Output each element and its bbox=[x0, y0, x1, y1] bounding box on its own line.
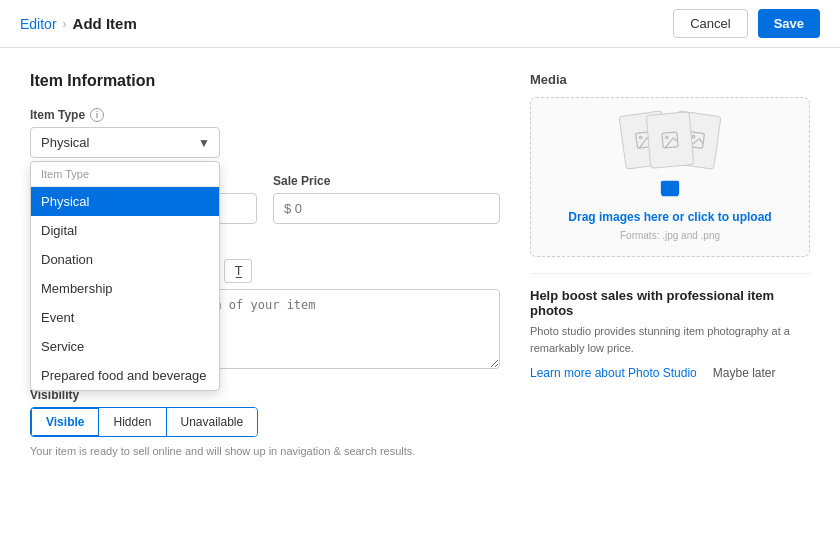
photo-studio-maybe-later[interactable]: Maybe later bbox=[713, 366, 776, 380]
cancel-button[interactable]: Cancel bbox=[673, 9, 747, 38]
item-type-info-icon[interactable]: i bbox=[90, 108, 104, 122]
sale-price-field: Sale Price bbox=[273, 174, 500, 224]
save-button[interactable]: Save bbox=[758, 9, 820, 38]
dropdown-item-event[interactable]: Event bbox=[31, 303, 219, 332]
visibility-hidden-button[interactable]: Hidden bbox=[99, 408, 166, 436]
breadcrumb-editor-link[interactable]: Editor bbox=[20, 16, 57, 32]
dropdown-menu-header: Item Type bbox=[31, 162, 219, 187]
main-content: Item Information Item Type i Physical ▼ … bbox=[0, 48, 840, 540]
photo-studio-actions: Learn more about Photo Studio Maybe late… bbox=[530, 366, 810, 380]
media-upload-text: Drag images here or click to upload bbox=[568, 210, 771, 224]
header-actions: Cancel Save bbox=[673, 9, 820, 38]
page-header: Editor › Add Item Cancel Save bbox=[0, 0, 840, 48]
svg-point-3 bbox=[665, 136, 668, 139]
dropdown-item-donation[interactable]: Donation bbox=[31, 245, 219, 274]
dropdown-item-service[interactable]: Service bbox=[31, 332, 219, 361]
photo-studio-desc: Photo studio provides stunning item phot… bbox=[530, 323, 810, 356]
media-images-preview bbox=[622, 113, 718, 167]
section-title: Item Information bbox=[30, 72, 500, 90]
dropdown-item-membership[interactable]: Membership bbox=[31, 274, 219, 303]
item-type-dropdown[interactable]: Physical ▼ Item Type Physical Digital Do… bbox=[30, 127, 220, 158]
item-type-field: Item Type i Physical ▼ Item Type Physica… bbox=[30, 108, 500, 158]
sale-price-label: Sale Price bbox=[273, 174, 500, 188]
breadcrumb-separator: › bbox=[63, 17, 67, 31]
left-panel: Item Information Item Type i Physical ▼ … bbox=[30, 72, 500, 516]
visibility-hint: Your item is ready to sell online and wi… bbox=[30, 445, 500, 457]
visibility-visible-button[interactable]: Visible bbox=[30, 407, 100, 437]
visibility-section: Visibility Visible Hidden Unavailable Yo… bbox=[30, 388, 500, 457]
photo-studio-learn-more-link[interactable]: Learn more about Photo Studio bbox=[530, 366, 697, 380]
dropdown-item-physical[interactable]: Physical bbox=[31, 187, 219, 216]
svg-point-5 bbox=[692, 135, 695, 138]
photo-studio-title: Help boost sales with professional item … bbox=[530, 288, 810, 318]
visibility-unavailable-button[interactable]: Unavailable bbox=[167, 408, 258, 436]
page-title: Add Item bbox=[73, 15, 137, 32]
item-type-selected[interactable]: Physical bbox=[30, 127, 220, 158]
dropdown-item-prepared-food[interactable]: Prepared food and beverage bbox=[31, 361, 219, 390]
media-title: Media bbox=[530, 72, 810, 87]
item-type-label: Item Type i bbox=[30, 108, 500, 122]
dropdown-item-digital[interactable]: Digital bbox=[31, 216, 219, 245]
format-button[interactable]: T̲ bbox=[224, 259, 252, 283]
breadcrumb: Editor › Add Item bbox=[20, 15, 137, 32]
svg-point-1 bbox=[639, 136, 642, 139]
item-type-menu: Item Type Physical Digital Donation Memb… bbox=[30, 161, 220, 391]
media-card-2 bbox=[646, 111, 695, 169]
right-panel: Media bbox=[530, 72, 810, 516]
media-upload-box[interactable]: Drag images here or click to upload Form… bbox=[530, 97, 810, 257]
upload-icon bbox=[659, 177, 681, 204]
sale-price-input[interactable] bbox=[273, 193, 500, 224]
media-upload-formats: Formats: .jpg and .png bbox=[620, 230, 720, 241]
visibility-buttons: Visible Hidden Unavailable bbox=[30, 407, 258, 437]
photo-studio-box: Help boost sales with professional item … bbox=[530, 273, 810, 380]
